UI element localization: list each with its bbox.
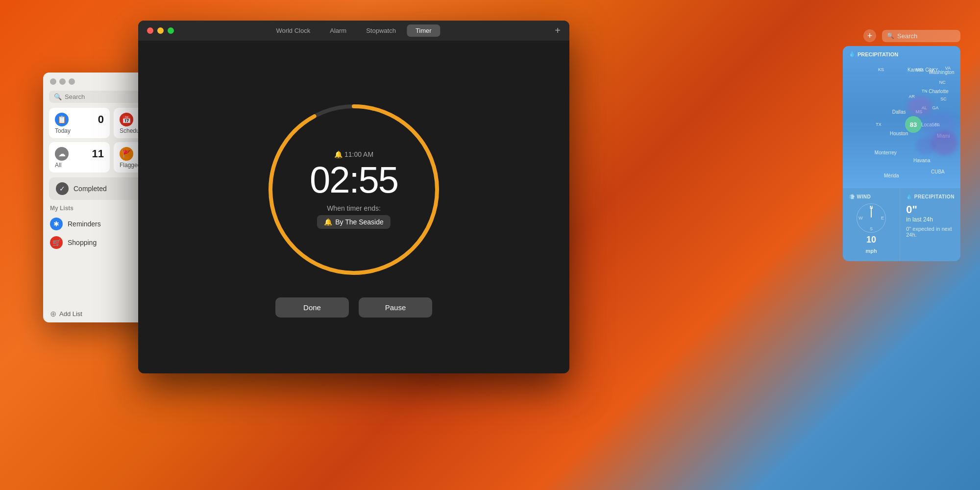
weather-precipitation-card: 💧 PRECIPITATION 0" in last 24h 0" expect… [900, 188, 960, 261]
clock-minimize-button[interactable] [157, 27, 164, 34]
grid-item-today[interactable]: 📋 0 Today [49, 108, 110, 138]
wind-unit: mph [866, 248, 877, 254]
weather-precip-header: 💧 PRECIPITATION [849, 51, 898, 57]
flagged-icon: 🚩 [120, 147, 133, 161]
label-sc: SC [940, 97, 947, 101]
sound-emoji-icon: 🔔 [324, 218, 332, 226]
minimize-button[interactable] [59, 78, 66, 85]
clock-add-button[interactable]: + [555, 25, 561, 36]
weather-wind-card: 💨 WIND N S E W 10 mph [843, 188, 900, 261]
timer-buttons: Done Pause [275, 297, 432, 318]
precip-blob-1 [907, 97, 932, 116]
tab-timer[interactable]: Timer [407, 24, 441, 37]
compass-s-label: S [870, 226, 873, 231]
add-list-icon: ⊕ [50, 309, 56, 318]
shopping-list-icon: 🛒 [50, 236, 63, 249]
maximize-button[interactable] [69, 78, 75, 85]
precip-icon: 💧 [849, 51, 856, 57]
compass-w-label: W [858, 216, 863, 220]
weather-add-button[interactable]: + [863, 29, 876, 42]
city-cuba: CUBA [931, 169, 945, 174]
alarm-time: 11:00 AM [344, 150, 373, 158]
precip-in-last-24h: in last 24h [906, 216, 955, 223]
label-ks: KS [878, 67, 884, 72]
city-merida: Mérida [884, 173, 899, 178]
clock-body: 🔔 11:00 AM 02:55 When timer ends: 🔔 By T… [138, 41, 569, 373]
all-label: All [55, 162, 104, 169]
wind-label: 💨 WIND [849, 194, 894, 199]
wind-icon: 💨 [849, 194, 855, 199]
label-ky: KY [932, 67, 938, 72]
weather-panel: + 🔍 💧 PRECIPITATION Kansas City Washingt… [843, 29, 960, 261]
scheduled-icon: 📅 [120, 113, 133, 126]
all-count: 11 [92, 147, 104, 160]
compass-needle [871, 208, 872, 218]
tab-world-clock[interactable]: World Clock [267, 24, 319, 37]
all-icon: ☁ [55, 147, 69, 161]
wind-speed: 10 mph [849, 235, 894, 255]
clock-tabs: World Clock Alarm Stopwatch Timer [267, 24, 440, 37]
city-havana: Havana [913, 158, 930, 163]
label-va: VA [945, 66, 951, 71]
city-houston: Houston [890, 131, 908, 136]
precip-amount-icon: 💧 [906, 194, 912, 199]
grid-item-all[interactable]: ☁ 11 All [49, 142, 110, 172]
timer-display: 02:55 [310, 161, 398, 198]
timer-inner: 🔔 11:00 AM 02:55 When timer ends: 🔔 By T… [310, 150, 398, 229]
label-tn: TN [922, 89, 928, 94]
timer-pause-button[interactable]: Pause [359, 297, 432, 318]
precip-amount-label: 💧 PRECIPITATION [906, 194, 955, 199]
city-charlotte: Charlotte [929, 89, 949, 94]
precip-amount-value: 0" [906, 203, 955, 216]
close-button[interactable] [50, 78, 56, 85]
precip-amount-label-text: PRECIPITATION [914, 194, 955, 199]
temp-bubble: 83 [905, 116, 922, 133]
weather-bottom-cards: 💨 WIND N S E W 10 mph 💧 PRECIPITATIO [843, 188, 960, 261]
timer-done-button[interactable]: Done [275, 297, 349, 318]
tab-alarm[interactable]: Alarm [321, 24, 355, 37]
precip-header-label: PRECIPITATION [858, 51, 898, 57]
clock-maximize-button[interactable] [168, 27, 174, 34]
precip-blob-4 [916, 137, 935, 154]
add-list-label: Add List [59, 310, 82, 318]
map-overlay: Kansas City Washington Charlotte Dallas … [843, 61, 960, 188]
compass-e-label: E [881, 216, 884, 220]
clock-close-button[interactable] [147, 27, 153, 34]
today-count: 0 [98, 113, 104, 126]
weather-topbar: + 🔍 [843, 29, 960, 46]
weather-main-card: 💧 PRECIPITATION Kansas City Washington C… [843, 46, 960, 188]
timer-sound-name: By The Seaside [335, 218, 384, 226]
wind-label-text: WIND [857, 194, 871, 199]
wind-compass: N S E W [857, 203, 886, 233]
timer-sound-button[interactable]: 🔔 By The Seaside [317, 215, 391, 229]
clock-titlebar: World Clock Alarm Stopwatch Timer + [138, 21, 569, 41]
weather-search-bar[interactable]: 🔍 [882, 30, 960, 42]
bell-icon: 🔔 [334, 150, 343, 158]
timer-alarm-label: 🔔 11:00 AM [334, 150, 373, 158]
clock-panel: World Clock Alarm Stopwatch Timer + 🔔 11… [138, 21, 569, 373]
completed-label: Completed [74, 185, 107, 193]
timer-circle-container: 🔔 11:00 AM 02:55 When timer ends: 🔔 By T… [261, 97, 447, 283]
today-label: Today [55, 127, 104, 134]
label-ga: GA [932, 105, 938, 110]
today-icon: 📋 [55, 113, 69, 126]
weather-search-input[interactable] [897, 32, 956, 40]
city-monterrey: Monterrey [875, 150, 897, 155]
label-mo: MO [916, 67, 923, 72]
reminders-list-icon: ✱ [50, 218, 63, 230]
label-tx: TX [876, 122, 882, 127]
weather-map: 💧 PRECIPITATION Kansas City Washington C… [843, 46, 960, 188]
search-icon: 🔍 [54, 93, 62, 100]
precip-expected: 0" expected in next 24h. [906, 226, 955, 238]
weather-search-icon: 🔍 [887, 32, 894, 39]
label-nc: NC [939, 80, 946, 85]
timer-when-ends-label: When timer ends: [327, 204, 381, 212]
tab-stopwatch[interactable]: Stopwatch [357, 24, 405, 37]
completed-check-icon: ✓ [56, 182, 69, 195]
city-dallas: Dallas [892, 109, 906, 115]
